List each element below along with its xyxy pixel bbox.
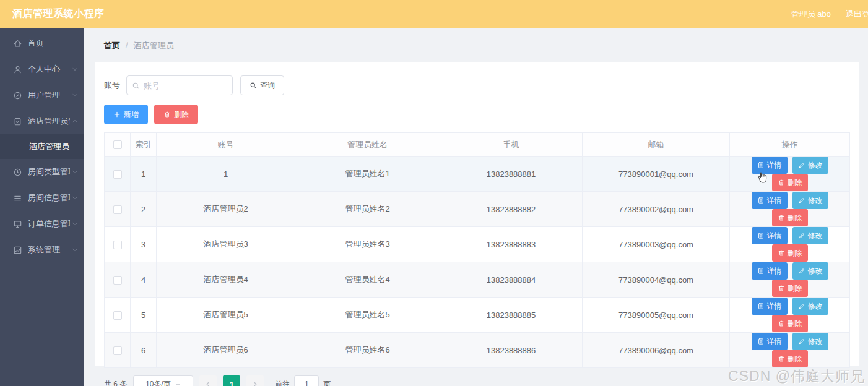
row-delete-button[interactable]: 删除 <box>772 350 808 367</box>
row-delete-button[interactable]: 删除 <box>772 244 808 262</box>
sidebar-item[interactable]: 订单信息管理 <box>0 211 84 237</box>
row-checkbox[interactable] <box>113 346 122 355</box>
sidebar-item-label: 系统管理 <box>28 244 70 255</box>
cell-email: 773890001@qq.com <box>583 157 730 192</box>
app-title: 酒店管理系统小程序 <box>12 7 105 20</box>
row-edit-button[interactable]: 修改 <box>792 298 828 315</box>
row-action-label: 修改 <box>808 160 823 171</box>
page-size-select[interactable]: 10条/页 <box>133 375 193 386</box>
edit-pen-icon <box>798 161 805 169</box>
cell-index: 5 <box>131 298 157 333</box>
prev-page-button[interactable] <box>199 375 217 386</box>
row-action-label: 修改 <box>808 195 823 206</box>
trash-icon <box>778 320 785 327</box>
goto-label: 前往 <box>275 379 290 386</box>
row-delete-button[interactable]: 删除 <box>772 174 808 191</box>
edit-pen-icon <box>798 232 805 239</box>
sidebar-item[interactable]: 房间信息管理 <box>0 185 84 211</box>
cell-phone: 13823888886 <box>440 333 583 368</box>
row-edit-button[interactable]: 修改 <box>792 262 828 280</box>
monitor-icon <box>13 220 22 229</box>
sidebar-item-label: 个人中心 <box>28 64 70 75</box>
sidebar-item-label: 首页 <box>28 38 79 49</box>
row-action-label: 删除 <box>788 283 802 294</box>
row-checkbox[interactable] <box>113 205 122 214</box>
page-number-button[interactable]: 1 <box>223 375 240 386</box>
row-checkbox[interactable] <box>113 170 122 179</box>
col-header-index: 索引 <box>131 133 157 157</box>
row-action-label: 修改 <box>808 231 823 241</box>
main-content: 首页 / 酒店管理员 账号 查询 <box>84 28 868 386</box>
plus-icon <box>113 111 121 118</box>
cell-phone: 13823888882 <box>440 192 583 227</box>
row-action-label: 详情 <box>767 195 782 206</box>
trash-icon <box>778 249 785 257</box>
row-edit-button[interactable]: 修改 <box>792 192 828 209</box>
admin-table: 索引 账号 管理员姓名 手机 邮箱 操作 11管理员姓名113823888881… <box>104 132 850 368</box>
cell-email: 773890004@qq.com <box>583 262 730 298</box>
cell-name: 管理员姓名6 <box>295 333 440 368</box>
sidebar-item[interactable]: 首页 <box>0 30 84 56</box>
sidebar-item[interactable]: 用户管理 <box>0 82 84 108</box>
chevron-right-icon <box>251 380 259 386</box>
goto-page-input[interactable] <box>294 375 319 386</box>
search-input-wrap <box>126 75 233 95</box>
search-icon <box>250 82 257 89</box>
breadcrumb-home[interactable]: 首页 <box>104 40 120 51</box>
row-edit-button[interactable]: 修改 <box>792 157 828 174</box>
sidebar-item[interactable]: 酒店管理员管理 <box>0 108 84 134</box>
sidebar-item[interactable]: 个人中心 <box>0 56 84 82</box>
cell-index: 2 <box>131 192 157 227</box>
sidebar-subitem[interactable]: 酒店管理员 <box>0 134 84 159</box>
goto-unit: 页 <box>323 379 331 386</box>
pagination-total: 共 6 条 <box>104 379 127 386</box>
edit-pen-icon <box>798 338 805 345</box>
search-input[interactable] <box>144 81 227 90</box>
add-button[interactable]: 新增 <box>104 105 148 124</box>
trash-icon <box>778 285 785 292</box>
row-action-label: 删除 <box>788 178 802 188</box>
row-checkbox[interactable] <box>113 241 122 249</box>
col-header-actions: 操作 <box>730 133 850 157</box>
row-detail-button[interactable]: 详情 <box>752 298 788 315</box>
row-detail-button[interactable]: 详情 <box>752 227 788 244</box>
row-delete-button[interactable]: 删除 <box>772 280 808 297</box>
current-user-label[interactable]: 管理员 abo <box>791 9 831 20</box>
row-action-label: 详情 <box>767 301 782 312</box>
next-page-button[interactable] <box>246 375 264 386</box>
cell-name: 管理员姓名5 <box>295 298 440 333</box>
select-all-checkbox[interactable] <box>113 140 122 149</box>
toolbar: 新增 删除 <box>104 105 850 124</box>
row-detail-button[interactable]: 详情 <box>752 333 788 350</box>
sidebar-item[interactable]: 系统管理 <box>0 237 84 263</box>
row-action-label: 详情 <box>767 337 782 347</box>
table-row: 6酒店管理员6管理员姓名613823888886773890006@qq.com… <box>105 333 850 368</box>
row-action-label: 删除 <box>788 213 802 223</box>
add-button-label: 新增 <box>124 109 139 120</box>
query-button[interactable]: 查询 <box>240 75 284 95</box>
row-checkbox[interactable] <box>113 311 122 320</box>
cell-account: 酒店管理员2 <box>157 192 295 227</box>
row-action-label: 删除 <box>788 354 802 364</box>
row-delete-button[interactable]: 删除 <box>772 209 808 226</box>
sidebar-item-label: 房间类型管理 <box>28 166 70 178</box>
row-edit-button[interactable]: 修改 <box>792 333 828 350</box>
breadcrumb-separator: / <box>126 40 128 51</box>
table-row: 2酒店管理员2管理员姓名213823888882773890002@qq.com… <box>105 192 850 227</box>
row-detail-button[interactable]: 详情 <box>752 192 788 209</box>
row-detail-button[interactable]: 详情 <box>752 262 788 280</box>
row-edit-button[interactable]: 修改 <box>792 227 828 244</box>
app-header: 酒店管理系统小程序 管理员 abo 退出登录 <box>0 0 868 28</box>
sidebar-item[interactable]: 房间类型管理 <box>0 159 84 185</box>
document-icon <box>757 267 765 275</box>
trash-icon <box>778 214 785 221</box>
logout-link[interactable]: 退出登录 <box>846 9 868 20</box>
delete-button[interactable]: 删除 <box>154 105 198 124</box>
row-actions-cell: 详情修改删除 <box>730 333 850 368</box>
row-checkbox[interactable] <box>113 276 122 285</box>
edit-pen-icon <box>798 302 805 310</box>
row-delete-button[interactable]: 删除 <box>772 315 808 332</box>
chevron-down-icon <box>175 381 181 386</box>
cell-name: 管理员姓名2 <box>295 192 440 227</box>
search-form: 账号 查询 <box>104 75 850 95</box>
